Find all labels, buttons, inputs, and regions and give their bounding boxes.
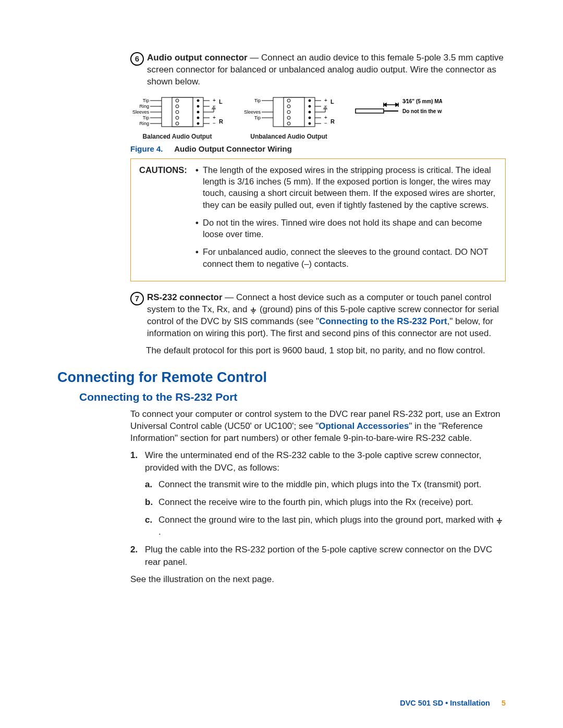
cautions-list: The length of the exposed wires in the s… bbox=[195, 164, 497, 276]
h1-connecting-remote: Connecting for Remote Control bbox=[57, 369, 506, 386]
substeps-list: a.Connect the transmit wire to the middl… bbox=[145, 478, 506, 538]
svg-text:R: R bbox=[219, 118, 223, 125]
svg-text:+: + bbox=[213, 115, 216, 120]
callout-7: 7 RS-232 connector — Connect a host devi… bbox=[130, 292, 506, 340]
callout-number-icon: 6 bbox=[130, 52, 144, 66]
step-2-text: Plug the cable into the RS-232 portion o… bbox=[145, 545, 492, 567]
footer-text: DVC 501 SD • Installation bbox=[400, 699, 490, 707]
svg-rect-38 bbox=[284, 97, 304, 127]
page-footer: DVC 501 SD • Installation 5 bbox=[400, 699, 506, 707]
svg-text:Sleeves: Sleeves bbox=[244, 109, 261, 115]
closing-text: See the illustration on the next page. bbox=[130, 574, 506, 586]
step-1b-text: Connect the receive wire to the fourth p… bbox=[158, 497, 473, 507]
callout-6-text: Audio output connector — Connect an audi… bbox=[147, 52, 506, 88]
figure-title: Audio Output Connector Wiring bbox=[174, 144, 292, 153]
rs232-section: To connect your computer or control syst… bbox=[130, 409, 506, 586]
callout-7-p2: The default protocol for this port is 96… bbox=[146, 345, 506, 357]
callout-number-icon: 7 bbox=[130, 292, 144, 305]
figure-caption: Figure 4. Audio Output Connector Wiring bbox=[130, 144, 506, 153]
svg-text:Tip: Tip bbox=[143, 115, 149, 120]
ground-icon bbox=[250, 307, 257, 314]
svg-text:L: L bbox=[331, 98, 334, 105]
h2-rs232-port: Connecting to the RS-232 Port bbox=[79, 391, 506, 403]
wire-strip-icon: 3⁄16" (5 mm) MAX. Do not tin the wires! bbox=[353, 96, 442, 122]
svg-point-10 bbox=[197, 117, 199, 119]
svg-point-46 bbox=[309, 111, 311, 113]
callout-6-title: Audio output connector bbox=[147, 53, 248, 63]
cautions-box: CAUTIONS: The length of the exposed wire… bbox=[130, 158, 506, 281]
caution-item: For unbalanced audio, connect the sleeve… bbox=[195, 246, 497, 269]
substep-marker: b. bbox=[145, 496, 153, 509]
unbalanced-diagram: Tip Sleeves Tip + − + − L R Unbalanced A… bbox=[242, 93, 336, 140]
step-1c-text-b: . bbox=[158, 527, 161, 537]
wire-strip-spec: 3⁄16" (5 mm) MAX. Do not tin the wires! bbox=[353, 93, 442, 125]
svg-text:Tip: Tip bbox=[254, 115, 261, 120]
step-1a: a.Connect the transmit wire to the middl… bbox=[145, 478, 506, 491]
svg-text:Tip: Tip bbox=[143, 98, 149, 103]
substep-marker: c. bbox=[145, 514, 152, 526]
svg-text:Do not tin the wires!: Do not tin the wires! bbox=[402, 108, 442, 114]
unbalanced-caption: Unbalanced Audio Output bbox=[250, 133, 327, 140]
svg-point-48 bbox=[309, 122, 311, 125]
svg-text:−: − bbox=[213, 120, 216, 126]
unbalanced-connector-icon: Tip Sleeves Tip + − + − L R bbox=[242, 93, 336, 131]
svg-point-9 bbox=[197, 111, 199, 113]
step-1c-text-a: Connect the ground wire to the last pin,… bbox=[158, 515, 496, 525]
callout-7-p2-wrap: The default protocol for this port is 96… bbox=[146, 345, 506, 357]
balanced-diagram: Tip Ring Sleeves Tip Ring + − + − L R Ba… bbox=[130, 93, 224, 140]
svg-text:L: L bbox=[219, 98, 223, 105]
svg-text:Tip: Tip bbox=[254, 98, 261, 103]
svg-point-7 bbox=[197, 100, 199, 102]
figure-number: Figure 4. bbox=[130, 144, 163, 153]
step-1a-text: Connect the transmit wire to the middle … bbox=[158, 479, 482, 489]
rs232-port-link[interactable]: Connecting to the RS-232 Port bbox=[319, 316, 447, 326]
svg-point-45 bbox=[309, 105, 311, 107]
caution-item: Do not tin the wires. Tinned wire does n… bbox=[195, 217, 497, 240]
svg-rect-70 bbox=[356, 109, 384, 113]
caution-item: The length of the exposed wires in the s… bbox=[195, 164, 497, 211]
ground-icon bbox=[496, 517, 503, 525]
svg-point-47 bbox=[309, 117, 311, 119]
page: 6 Audio output connector — Connect an au… bbox=[0, 0, 563, 728]
svg-text:R: R bbox=[331, 118, 335, 125]
cautions-heading: CAUTIONS: bbox=[139, 164, 192, 176]
svg-point-44 bbox=[309, 100, 311, 102]
rs232-intro: To connect your computer or control syst… bbox=[130, 409, 506, 445]
step-2: 2. Plug the cable into the RS-232 portio… bbox=[130, 544, 506, 569]
svg-text:Ring: Ring bbox=[139, 104, 149, 109]
balanced-caption: Balanced Audio Output bbox=[143, 133, 212, 140]
content-area: 6 Audio output connector — Connect an au… bbox=[130, 52, 506, 357]
audio-wiring-diagram: Tip Ring Sleeves Tip Ring + − + − L R Ba… bbox=[130, 93, 506, 140]
steps-list: 1. Wire the unterminated end of the RS-2… bbox=[130, 449, 506, 568]
balanced-connector-icon: Tip Ring Sleeves Tip Ring + − + − L R bbox=[130, 93, 224, 131]
svg-text:3⁄16" (5 mm) MAX.: 3⁄16" (5 mm) MAX. bbox=[402, 98, 442, 104]
svg-rect-1 bbox=[172, 97, 193, 127]
svg-text:+: + bbox=[213, 97, 216, 103]
svg-text:Ring: Ring bbox=[139, 121, 149, 126]
callout-7-text: RS-232 connector — Connect a host device… bbox=[147, 292, 506, 340]
step-1b: b.Connect the receive wire to the fourth… bbox=[145, 496, 506, 509]
svg-point-11 bbox=[197, 122, 199, 125]
step-1c: c.Connect the ground wire to the last pi… bbox=[145, 514, 506, 539]
step-1-text: Wire the unterminated end of the RS-232 … bbox=[145, 450, 481, 473]
step-marker: 2. bbox=[130, 544, 138, 556]
step-marker: 1. bbox=[130, 449, 138, 462]
callout-7-title: RS-232 connector bbox=[147, 292, 223, 302]
svg-text:Sleeves: Sleeves bbox=[132, 109, 150, 115]
optional-accessories-link[interactable]: Optional Accessories bbox=[319, 421, 409, 431]
svg-text:+: + bbox=[324, 115, 327, 120]
callout-6: 6 Audio output connector — Connect an au… bbox=[130, 52, 506, 88]
svg-text:+: + bbox=[324, 97, 327, 103]
svg-point-8 bbox=[197, 105, 199, 107]
svg-text:−: − bbox=[324, 120, 327, 126]
substep-marker: a. bbox=[145, 478, 152, 491]
step-1: 1. Wire the unterminated end of the RS-2… bbox=[130, 449, 506, 538]
page-number: 5 bbox=[501, 699, 506, 707]
